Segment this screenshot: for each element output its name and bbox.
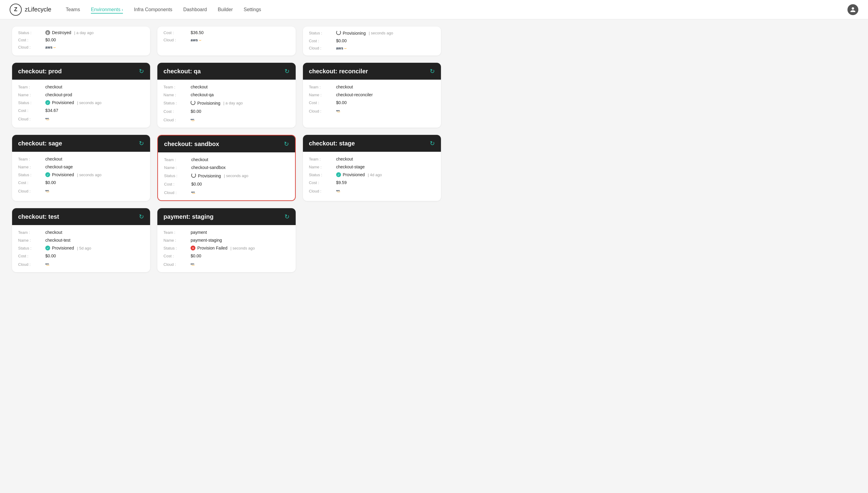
env-field: Cloud : aws <box>163 261 289 267</box>
refresh-icon[interactable]: ↻ <box>139 140 144 147</box>
env-field: Cost : $9.59 <box>309 180 435 185</box>
aws-logo: aws <box>191 190 289 195</box>
env-card-checkout-stage[interactable]: checkout: stage ↻ Team : checkout Name :… <box>303 135 441 201</box>
env-field: Name : checkout-sandbox <box>164 165 289 170</box>
env-card-checkout-sandbox[interactable]: checkout: sandbox ↻ Team : checkout Name… <box>157 135 295 201</box>
env-card-header: checkout: reconciler ↻ <box>303 63 441 80</box>
svg-text:aws: aws <box>45 190 49 192</box>
env-card-body: Team : checkout Name : checkout-prod Sta… <box>12 80 150 127</box>
env-card-title: checkout: stage <box>309 140 355 147</box>
partial-card-3: Status : Provisioning | seconds ago Cost… <box>303 26 441 56</box>
aws-logo: aws ⌣ <box>190 37 289 43</box>
refresh-icon[interactable]: ↻ <box>139 68 144 75</box>
env-card-header: checkout: test ↻ <box>12 208 150 225</box>
env-card-body: Team : checkout Name : checkout-test Sta… <box>12 225 150 272</box>
env-field: Cloud : aws <box>18 188 144 194</box>
env-field: Cost : $0.00 <box>18 180 144 185</box>
app-logo[interactable]: Z zLifecycle <box>10 4 51 16</box>
env-card-header: payment: staging ↻ <box>157 208 295 225</box>
provisioning-icon <box>336 30 341 35</box>
navbar: Z zLifecycle Teams Environments › Infra … <box>0 0 868 19</box>
svg-text:aws: aws <box>190 118 195 121</box>
aws-logo: aws <box>45 116 144 122</box>
env-field: Status : ✓ Provisioned | seconds ago <box>18 172 144 177</box>
aws-logo: aws <box>45 261 144 267</box>
env-card-title: checkout: qa <box>163 68 201 75</box>
partial-field-cloud: Cloud : aws ⌣ <box>309 46 435 51</box>
partial-field-status: Status : Provisioning | seconds ago <box>309 30 435 36</box>
env-field: Name : checkout-stage <box>309 165 435 169</box>
user-avatar[interactable] <box>847 4 858 15</box>
nav-item-builder[interactable]: Builder <box>218 6 233 14</box>
env-card-body: Team : checkout Name : checkout-stage St… <box>303 152 441 199</box>
aws-logo: aws <box>190 261 289 267</box>
nav-item-dashboard[interactable]: Dashboard <box>183 6 207 14</box>
aws-logo: aws ⌣ <box>45 45 144 50</box>
env-card-header: checkout: stage ↻ <box>303 135 441 152</box>
refresh-icon[interactable]: ↻ <box>430 68 435 75</box>
env-field: Team : payment <box>163 230 289 235</box>
env-field: Status : ✓ Provisioned | 4d ago <box>309 172 435 177</box>
env-card-title: checkout: sage <box>18 140 62 147</box>
destroyed-icon: 🗑 <box>45 30 50 35</box>
env-field: Cost : $0.00 <box>163 109 289 114</box>
refresh-icon[interactable]: ↻ <box>284 140 289 148</box>
env-card-title: checkout: prod <box>18 68 62 75</box>
env-field: Team : checkout <box>309 84 435 89</box>
aws-logo: aws ⌣ <box>336 46 435 51</box>
env-field: Status : ✕ Provision Failed | seconds ag… <box>163 245 289 251</box>
svg-text:aws: aws <box>45 117 49 120</box>
refresh-icon[interactable]: ↻ <box>284 68 290 75</box>
env-field: Team : checkout <box>163 84 289 89</box>
logo-icon: Z <box>10 4 22 16</box>
env-card-body: Team : checkout Name : checkout-reconcil… <box>303 80 441 119</box>
env-card-body: Team : checkout Name : checkout-qa Statu… <box>157 80 295 128</box>
env-card-payment-staging[interactable]: payment: staging ↻ Team : payment Name :… <box>157 208 295 272</box>
aws-logo: aws <box>45 188 144 194</box>
env-card-checkout-test[interactable]: checkout: test ↻ Team : checkout Name : … <box>12 208 150 272</box>
env-card-title: payment: staging <box>163 213 214 220</box>
env-card-title: checkout: test <box>18 213 59 220</box>
env-field: Name : checkout-reconciler <box>309 92 435 97</box>
nav-item-infra-components[interactable]: Infra Components <box>134 6 172 14</box>
env-field: Team : checkout <box>18 156 144 162</box>
env-field: Cloud : aws <box>164 190 289 195</box>
nav-item-environments[interactable]: Environments › <box>91 6 123 14</box>
partial-field-status: Status : 🗑 Destroyed | a day ago <box>18 30 144 35</box>
env-card-title: checkout: reconciler <box>309 68 368 75</box>
env-card-header: checkout: sage ↻ <box>12 135 150 152</box>
env-field: Name : checkout-test <box>18 238 144 242</box>
env-field: Team : checkout <box>18 84 144 89</box>
partial-cards-row: Status : 🗑 Destroyed | a day ago Cost : … <box>12 26 441 56</box>
env-field: Cost : $0.00 <box>163 253 289 258</box>
svg-text:aws: aws <box>336 190 340 192</box>
env-cards-grid: checkout: prod ↻ Team : checkout Name : … <box>12 63 441 272</box>
partial-field-cost: Cost : $0.00 <box>18 37 144 42</box>
env-card-title: checkout: sandbox <box>164 141 219 148</box>
partial-card-1: Status : 🗑 Destroyed | a day ago Cost : … <box>12 26 150 56</box>
env-field: Status : Provisioning | a day ago <box>163 100 289 106</box>
env-field: Cost : $0.00 <box>309 100 435 105</box>
env-field: Team : checkout <box>18 230 144 235</box>
svg-text:aws: aws <box>191 191 195 193</box>
env-card-body: Team : checkout Name : checkout-sandbox … <box>158 152 295 200</box>
env-field: Name : checkout-prod <box>18 92 144 97</box>
refresh-icon[interactable]: ↻ <box>139 213 144 220</box>
aws-logo: aws <box>190 117 289 123</box>
provisioned-icon: ✓ <box>336 172 341 177</box>
env-card-checkout-prod[interactable]: checkout: prod ↻ Team : checkout Name : … <box>12 63 150 128</box>
nav-item-settings[interactable]: Settings <box>244 6 261 14</box>
env-card-checkout-reconciler[interactable]: checkout: reconciler ↻ Team : checkout N… <box>303 63 441 128</box>
provisioning-spin-icon <box>191 173 196 178</box>
env-field: Cloud : aws <box>18 116 144 122</box>
env-card-checkout-qa[interactable]: checkout: qa ↻ Team : checkout Name : ch… <box>157 63 295 128</box>
nav-item-teams[interactable]: Teams <box>66 6 80 14</box>
env-field: Cloud : aws <box>309 188 435 194</box>
env-card-checkout-sage[interactable]: checkout: sage ↻ Team : checkout Name : … <box>12 135 150 201</box>
refresh-icon[interactable]: ↻ <box>284 213 290 220</box>
env-field: Status : ✓ Provisioned | 5d ago <box>18 245 144 251</box>
provisioned-icon: ✓ <box>45 172 50 177</box>
env-field: Name : checkout-qa <box>163 92 289 97</box>
refresh-icon[interactable]: ↻ <box>430 140 435 147</box>
failed-icon: ✕ <box>190 245 196 251</box>
